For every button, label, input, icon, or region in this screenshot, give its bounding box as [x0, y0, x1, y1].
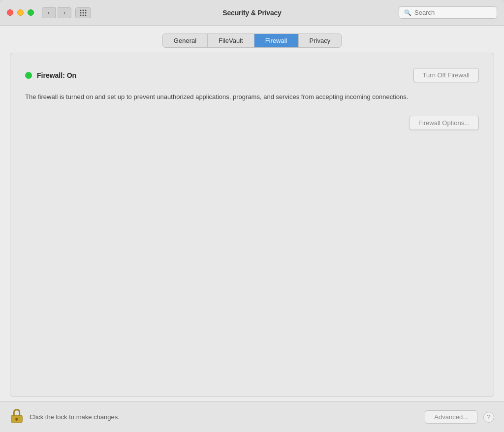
svg-point-8	[85, 14, 87, 16]
search-input[interactable]	[414, 9, 492, 16]
svg-point-2	[85, 9, 87, 11]
tabs-container: General FileVault Firewall Privacy	[0, 26, 504, 48]
search-bar[interactable]: 🔍	[399, 6, 497, 19]
window: ‹ › Security & Privacy 🔍 General	[0, 0, 504, 432]
close-button[interactable]	[7, 9, 13, 16]
svg-rect-11	[16, 419, 17, 421]
status-indicator	[25, 72, 32, 79]
content-wrapper: Firewall: On Turn Off Firewall The firew…	[0, 48, 504, 401]
svg-point-7	[83, 14, 84, 16]
tabs: General FileVault Firewall Privacy	[162, 33, 342, 48]
svg-point-5	[85, 12, 87, 13]
tab-privacy[interactable]: Privacy	[299, 34, 342, 47]
help-button[interactable]: ?	[483, 412, 494, 423]
tab-filevault[interactable]: FileVault	[208, 34, 254, 47]
grid-button[interactable]	[75, 7, 91, 18]
turn-off-firewall-button[interactable]: Turn Off Firewall	[413, 68, 479, 82]
content-panel: Firewall: On Turn Off Firewall The firew…	[10, 53, 494, 397]
advanced-button[interactable]: Advanced...	[425, 410, 477, 424]
svg-point-0	[80, 9, 82, 11]
minimize-button[interactable]	[17, 9, 24, 16]
nav-buttons: ‹ ›	[42, 7, 71, 18]
lock-text: Click the lock to make changes.	[30, 413, 419, 421]
window-title: Security & Privacy	[222, 9, 281, 17]
traffic-lights	[7, 9, 34, 16]
firewall-description: The firewall is turned on and set up to …	[25, 92, 419, 102]
firewall-options-row: Firewall Options...	[25, 116, 479, 130]
titlebar: ‹ › Security & Privacy 🔍	[0, 0, 504, 26]
maximize-button[interactable]	[28, 9, 34, 16]
firewall-status-left: Firewall: On	[25, 71, 76, 79]
lock-icon[interactable]	[10, 408, 24, 427]
svg-point-3	[80, 12, 82, 13]
tab-general[interactable]: General	[163, 34, 208, 47]
firewall-status-label: Firewall: On	[37, 71, 76, 79]
firewall-options-button[interactable]: Firewall Options...	[409, 116, 479, 130]
firewall-status-row: Firewall: On Turn Off Firewall	[25, 68, 479, 82]
forward-button[interactable]: ›	[58, 7, 71, 18]
svg-point-6	[80, 14, 82, 16]
svg-point-1	[83, 9, 84, 11]
tab-firewall[interactable]: Firewall	[254, 34, 299, 47]
bottom-bar: Click the lock to make changes. Advanced…	[0, 401, 504, 432]
back-button[interactable]: ‹	[42, 7, 56, 18]
svg-point-4	[83, 12, 84, 13]
search-icon: 🔍	[404, 9, 411, 16]
